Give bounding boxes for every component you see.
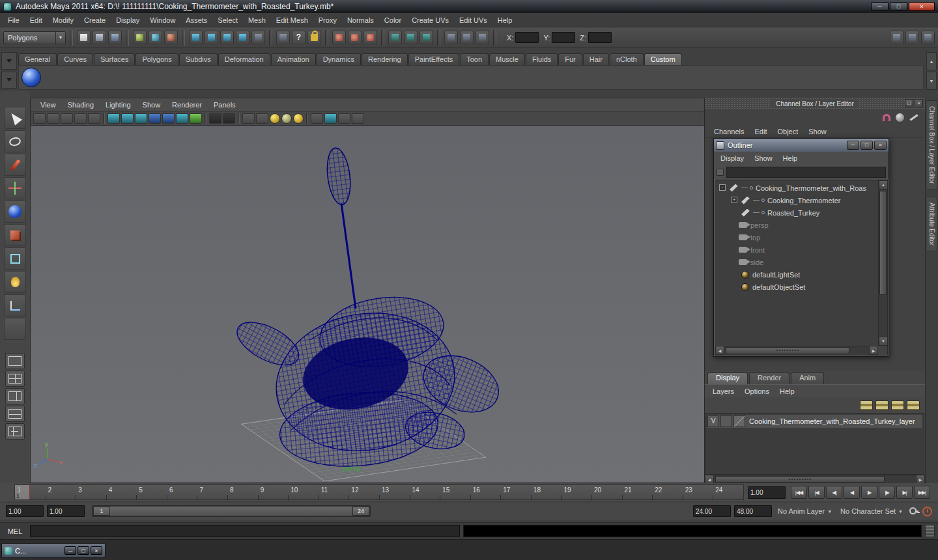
show-manipulator-tool-button[interactable] (4, 294, 26, 316)
window-close-button[interactable]: × (909, 2, 935, 11)
shelf-tab-dynamics[interactable]: Dynamics (317, 53, 361, 65)
statusline-separator[interactable] (182, 30, 185, 46)
shelf-tab-curves[interactable]: Curves (57, 53, 93, 65)
outliner-vertical-scrollbar[interactable]: ▲ ▼ (878, 180, 887, 346)
scroll-left-icon[interactable]: ◀ (705, 475, 714, 484)
current-time-field[interactable] (748, 486, 786, 499)
shaded-wire-mode-icon[interactable] (135, 113, 147, 124)
menu-create[interactable]: Create (79, 13, 111, 27)
outliner-item-turkey[interactable]: Roasted_Turkey (715, 206, 878, 219)
shelf-scroll-up-icon[interactable]: ▲ (926, 52, 937, 70)
panel-menu-shading[interactable]: Shading (62, 98, 100, 111)
outliner-menu-help[interactable]: Help (778, 152, 803, 165)
shelf-tab-fluids[interactable]: Fluids (526, 53, 558, 65)
default-lighting-icon[interactable] (270, 113, 280, 124)
frame-tick[interactable]: 4 (106, 485, 137, 499)
frame-tick[interactable]: 24 (713, 485, 743, 499)
layout-four-pane-button[interactable] (5, 371, 25, 387)
menu-display[interactable]: Display (111, 13, 145, 27)
scene-svg[interactable]: y x z persp (31, 126, 704, 483)
scroll-left-icon[interactable]: ◀ (715, 346, 724, 355)
outliner-maximize-button[interactable]: □ (860, 141, 873, 150)
scroll-down-icon[interactable]: ▼ (879, 337, 887, 346)
minimized-restore-button[interactable]: □ (78, 546, 89, 555)
frame-tick[interactable]: 20 (591, 485, 622, 499)
lasso-select-tool-button[interactable] (4, 130, 26, 152)
scroll-right-icon[interactable]: ▶ (916, 475, 925, 484)
menu-window[interactable]: Window (145, 13, 180, 27)
isolate-select-icon[interactable] (311, 113, 323, 124)
shelf-item-sphere-icon[interactable] (21, 68, 41, 87)
select-component-icon[interactable] (164, 31, 178, 44)
outliner-item-defaultobjectset[interactable]: defaultObjectSet (715, 281, 878, 293)
frame-tick[interactable]: 14 (410, 485, 440, 499)
menu-mesh[interactable]: Mesh (243, 13, 271, 27)
soft-modification-tool-button[interactable] (4, 271, 26, 293)
textured-mode-icon[interactable] (149, 113, 161, 124)
frame-tick[interactable]: 6 (167, 485, 197, 499)
grid-toggle-icon[interactable] (242, 113, 255, 124)
channel-manipulator-icon[interactable] (883, 114, 890, 121)
multi-lister-icon[interactable] (352, 113, 364, 124)
select-object-icon[interactable] (149, 31, 162, 44)
frame-tick[interactable]: 21 (622, 485, 653, 499)
frame-tick[interactable]: 22 (652, 485, 683, 499)
layers-menu[interactable]: Layers (707, 384, 739, 399)
shelf-tab-toon[interactable]: Toon (460, 53, 489, 65)
channel-mode-icon[interactable] (909, 114, 918, 120)
select-tool-button[interactable] (4, 107, 26, 129)
channel-box-menu-object[interactable]: Object (772, 124, 803, 139)
step-forward-frame-button[interactable]: |▶ (879, 486, 895, 499)
layer-row[interactable]: V Cooking_Thermometer_with_Roasted_Turke… (707, 415, 922, 428)
mel-input[interactable] (30, 525, 460, 537)
animation-start-field[interactable] (6, 505, 44, 517)
go-to-start-button[interactable]: |◀◀ (791, 486, 807, 499)
time-slider-track[interactable]: 1 2 3 4 5 6 7 8 9 10 11 12 13 14 15 16 1… (14, 484, 744, 500)
frame-tick[interactable]: 16 (470, 485, 501, 499)
panel-menu-renderer[interactable]: Renderer (166, 98, 208, 111)
shelf-scroll-down-icon[interactable]: ▼ (926, 72, 937, 90)
snap-view-plane-icon[interactable] (236, 31, 249, 44)
frame-tick[interactable]: 13 (379, 485, 410, 499)
frame-tick[interactable]: 12 (348, 485, 379, 499)
statusline-separator[interactable] (269, 30, 272, 46)
bounding-box-mode-icon[interactable] (176, 113, 188, 124)
character-set-selector[interactable]: No Character Set ▼ (838, 505, 905, 517)
outliner-titlebar[interactable]: Outliner ─ □ × (714, 139, 888, 152)
layout-persp-graph-button[interactable] (5, 406, 25, 422)
history-toggle-icon[interactable] (348, 31, 362, 44)
frame-tick[interactable]: 19 (561, 485, 591, 499)
menu-create-uvs[interactable]: Create UVs (406, 13, 454, 27)
cooking-thermometer-wireframe[interactable] (324, 147, 356, 309)
make-live-icon[interactable] (251, 31, 265, 44)
tab-anim[interactable]: Anim (791, 372, 824, 384)
layer-help-menu[interactable]: Help (775, 384, 800, 399)
menu-edit[interactable]: Edit (25, 13, 48, 27)
film-gate-icon[interactable] (256, 113, 268, 124)
frame-tick[interactable]: 11 (319, 485, 349, 499)
outliner-search-input[interactable] (726, 167, 886, 178)
tab-attribute-editor[interactable]: Attribute Editor (927, 197, 937, 251)
layer-editor-scrollbar[interactable]: ◀ ▶ (705, 475, 925, 483)
no-lights-icon[interactable] (293, 113, 304, 124)
menu-modify[interactable]: Modify (48, 13, 79, 27)
window-minimize-button[interactable]: ─ (871, 2, 888, 11)
layer-playback-toggle[interactable] (720, 415, 732, 427)
shelf-tab-surfaces[interactable]: Surfaces (94, 53, 135, 65)
move-tool-button[interactable] (4, 177, 26, 199)
outliner-item-persp[interactable]: persp (715, 219, 878, 231)
move-layer-up-icon[interactable] (860, 400, 873, 410)
select-hierarchy-icon[interactable] (133, 31, 147, 44)
shelf-tab-subdivs[interactable]: Subdivs (179, 53, 218, 65)
all-lights-icon[interactable] (281, 113, 292, 124)
open-scene-icon[interactable] (92, 31, 106, 44)
shelf-tab-polygons[interactable]: Polygons (135, 53, 178, 65)
z-coordinate-input[interactable] (588, 32, 612, 43)
image-plane-icon[interactable] (88, 113, 100, 124)
menu-proxy[interactable]: Proxy (313, 13, 342, 27)
hypergraph-icon[interactable] (476, 31, 489, 44)
snap-point-icon[interactable] (220, 31, 234, 44)
snapshot-icon[interactable] (338, 113, 350, 124)
ipr-render-icon[interactable] (404, 31, 418, 44)
snap-grid-icon[interactable] (189, 31, 203, 44)
